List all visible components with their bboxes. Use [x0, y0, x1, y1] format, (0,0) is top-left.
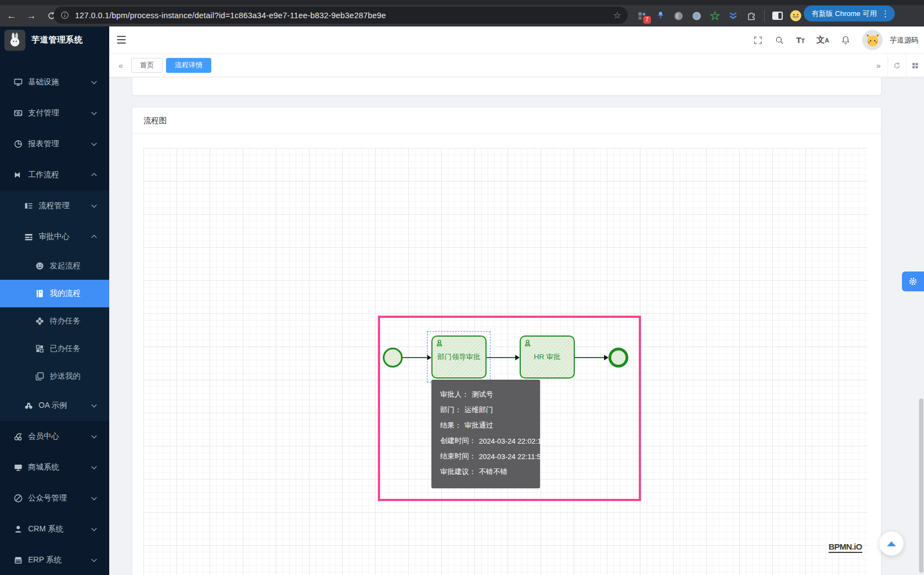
username-label[interactable]: 芋道源码 [890, 35, 918, 45]
sidebar-item-report[interactable]: 报表管理 [0, 129, 109, 159]
tooltip-label: 审批人： [440, 390, 469, 400]
sidebar-item-infrastructure[interactable]: 基础设施 [0, 67, 109, 98]
chevron-down-icon [92, 402, 97, 408]
page-scrollbar[interactable] [919, 398, 923, 573]
extension-icon-apps[interactable]: 7 [635, 9, 649, 23]
tooltip-value: 测试号 [472, 390, 493, 400]
sidebar-item-label: 发起流程 [50, 261, 81, 271]
sidebar-item-label: 会员中心 [28, 432, 59, 441]
side-panel-button[interactable] [771, 9, 784, 23]
arrowhead-icon [604, 355, 608, 360]
locale-button[interactable]: 文A [816, 35, 829, 45]
app-logo-block[interactable]: 芋道管理系统 [0, 26, 109, 54]
tab-process-detail[interactable]: 流程详情 [166, 58, 211, 73]
chevron-down-icon [92, 526, 97, 531]
back-to-top-button[interactable] [879, 531, 904, 556]
sidebar-item-process-management[interactable]: 流程管理 [0, 190, 109, 221]
sidebar-item-label: 商城系统 [28, 462, 59, 472]
tooltip-value: 运维部门 [464, 405, 493, 415]
extensions-puzzle-button[interactable] [745, 9, 758, 23]
profile-avatar-button[interactable] [789, 9, 802, 23]
process-diagram-card: 流程图 部门领导审批 HR 审批 [132, 108, 881, 575]
card-header: 流程图 [132, 108, 881, 134]
sidebar-item-workflow[interactable]: 工作流程 [0, 159, 109, 190]
chrome-update-chip[interactable]: 有新版 Chrome 可用 ⋮ [804, 6, 895, 22]
bpmn-start-event[interactable] [383, 348, 403, 368]
search-button[interactable] [775, 35, 784, 45]
user-task-icon [524, 339, 532, 347]
extension-icon-dot[interactable] [690, 9, 703, 23]
tooltip-value: 2024-03-24 22:02:12 [479, 437, 546, 445]
tooltip-row: 部门：运维部门 [440, 402, 535, 418]
chevron-down-icon [92, 79, 97, 84]
avatar-image [864, 32, 881, 49]
bpmn-task-hr[interactable]: HR 审批 [520, 336, 575, 379]
tags-scroll-right-button[interactable]: » [869, 54, 888, 77]
sidebar-item-payment[interactable]: 支付管理 [0, 98, 109, 129]
address-bar[interactable]: 127.0.0.1/bpm/process-instance/detail?id… [54, 7, 628, 24]
tags-scroll-left-button[interactable]: « [114, 54, 128, 77]
tags-refresh-button[interactable] [888, 54, 906, 77]
sidebar-fold-button[interactable] [117, 36, 126, 44]
sidebar-item-oa-example[interactable]: OA 示例 [0, 390, 109, 421]
sidebar-item-my-process[interactable]: 我的流程 [0, 280, 109, 307]
tooltip-label: 部门： [440, 405, 462, 415]
tab-home[interactable]: 首页 [131, 58, 163, 73]
gear-icon [908, 276, 918, 286]
sidebar-item-erp-system[interactable]: ERP 系统 [0, 545, 109, 575]
sidebar-item-label: CRM 系统 [28, 524, 63, 534]
bookmark-star-icon[interactable]: ☆ [613, 10, 621, 20]
sidebar-item-official-account[interactable]: 公众号管理 [0, 483, 109, 514]
bpmn-sequence-flow [487, 357, 515, 358]
tooltip-label: 创建时间： [440, 436, 476, 446]
bpmn-task-dept-leader[interactable]: 部门领导审批 [431, 336, 487, 379]
browser-back-button[interactable]: ← [4, 9, 19, 23]
sidebar-item-member-center[interactable]: 会员中心 [0, 421, 109, 452]
browser-forward-button[interactable]: → [24, 9, 39, 23]
extension-icon-green-star[interactable] [708, 9, 722, 23]
sidebar-item-label: 工作流程 [28, 170, 59, 180]
bpmn-end-event[interactable] [608, 348, 628, 368]
sidebar-item-label: 报表管理 [28, 139, 59, 149]
bpmn-io-logo[interactable]: BPMN.iO [829, 542, 862, 553]
workflow-icon [14, 171, 23, 179]
extension-icon-chevrons[interactable] [727, 9, 740, 23]
sidebar-item-mall-system[interactable]: 商城系统 [0, 452, 109, 483]
search-icon [775, 35, 784, 45]
sidebar-item-crm-system[interactable]: CRM 系统 [0, 514, 109, 545]
app-logo [4, 30, 25, 51]
tooltip-label: 审批建议： [440, 467, 476, 477]
sidebar-item-approval-center[interactable]: 审批中心 [0, 221, 109, 252]
sidebar-item-done-tasks[interactable]: 已办任务 [0, 335, 109, 363]
url-text: 127.0.0.1/bpm/process-instance/detail?id… [75, 11, 386, 20]
notebook-icon [35, 289, 44, 298]
sidebar-item-cc-me[interactable]: 抄送我的 [0, 363, 109, 390]
sidebar-item-start-process[interactable]: 发起流程 [0, 252, 109, 280]
browser-chrome: ← → 127.0.0.1/bpm/process-instance/detai… [0, 0, 924, 26]
chrome-menu-icon[interactable]: ⋮ [881, 9, 889, 19]
notification-button[interactable] [841, 35, 851, 45]
extension-icon-gray-circle[interactable] [672, 9, 685, 23]
user-avatar[interactable] [862, 30, 883, 50]
sidebar-item-label: 审批中心 [39, 232, 70, 242]
mall-monitor-icon [14, 463, 23, 472]
cherry-icon [14, 432, 23, 441]
tab-label: 流程详情 [175, 61, 202, 70]
fullscreen-button[interactable] [753, 35, 763, 45]
sidebar-item-label: ERP 系统 [28, 555, 61, 565]
refresh-icon [893, 62, 901, 70]
chevron-down-icon [92, 141, 97, 146]
tooltip-value: 2024-03-24 22:11:53 [479, 452, 545, 461]
tags-layout-button[interactable] [906, 54, 924, 77]
bpmn-canvas[interactable]: 部门领导审批 HR 审批 审批人：测试号 部门：运维部门 结果：审批通过 创建时… [143, 148, 868, 575]
tooltip-row: 结束时间：2024-03-24 22:11:53 [440, 449, 535, 464]
app-title: 芋道管理系统 [31, 35, 83, 45]
sidebar-item-todo-tasks[interactable]: 待办任务 [0, 307, 109, 335]
extension-icon-lamp[interactable] [654, 9, 667, 23]
settings-drawer-button[interactable] [902, 271, 924, 291]
sidebar-menu: 基础设施 支付管理 报表管理 工作流程 流程管理 审批中 [0, 54, 109, 575]
font-size-button[interactable]: TT [796, 35, 805, 45]
chevron-up-icon [92, 173, 97, 179]
smiley-icon [35, 262, 44, 270]
gray-circle-icon [673, 10, 684, 22]
